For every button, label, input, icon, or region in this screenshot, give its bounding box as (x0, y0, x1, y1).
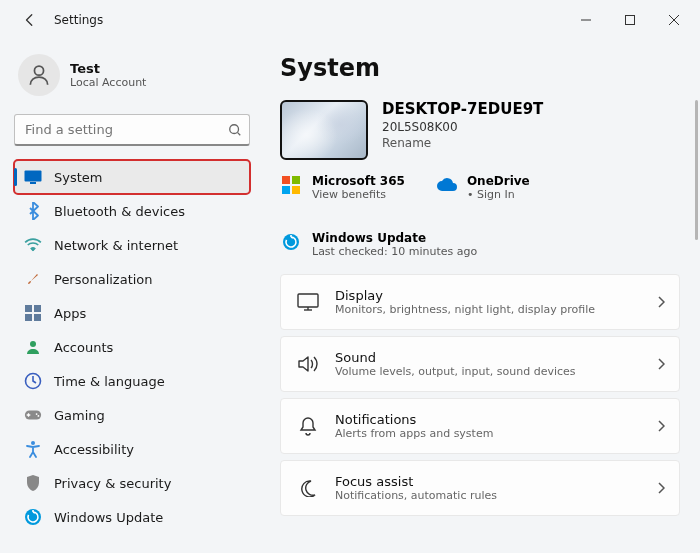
apps-icon (24, 304, 42, 322)
device-thumbnail (280, 100, 368, 160)
svg-point-7 (32, 248, 35, 251)
main-content: System DESKTOP-7EDUE9T 20L5S08K00 Rename… (260, 40, 700, 553)
sidebar-item-accessibility[interactable]: Accessibility (14, 432, 250, 466)
sidebar-item-personalization[interactable]: Personalization (14, 262, 250, 296)
search-box (14, 114, 250, 146)
sidebar-item-system[interactable]: System (14, 160, 250, 194)
sidebar-item-time[interactable]: Time & language (14, 364, 250, 398)
svg-rect-22 (292, 186, 300, 194)
service-sub: Sign In (467, 188, 530, 201)
person-icon (26, 62, 52, 88)
card-title: Focus assist (335, 474, 497, 489)
svg-point-15 (36, 413, 38, 415)
card-display[interactable]: DisplayMonitors, brightness, night light… (280, 274, 680, 330)
svg-rect-6 (30, 182, 36, 184)
chevron-right-icon (657, 417, 665, 436)
monitor-icon (24, 168, 42, 186)
card-sound[interactable]: SoundVolume levels, output, input, sound… (280, 336, 680, 392)
svg-rect-20 (292, 176, 300, 184)
sidebar-item-update[interactable]: Windows Update (14, 500, 250, 534)
maximize-icon (625, 15, 635, 25)
bell-icon (295, 416, 321, 436)
service-title: Windows Update (312, 231, 477, 245)
card-notifications[interactable]: NotificationsAlerts from apps and system (280, 398, 680, 454)
search-input[interactable] (14, 114, 250, 146)
monitor-outline-icon (295, 293, 321, 311)
avatar (18, 54, 60, 96)
profile-subtitle: Local Account (70, 76, 146, 89)
card-sub: Notifications, automatic rules (335, 489, 497, 502)
sidebar-item-label: Network & internet (54, 238, 178, 253)
sidebar-item-accounts[interactable]: Accounts (14, 330, 250, 364)
service-title: Microsoft 365 (312, 174, 405, 188)
card-sub: Alerts from apps and system (335, 427, 493, 440)
service-sub: Last checked: 10 minutes ago (312, 245, 477, 258)
svg-point-3 (230, 125, 239, 134)
profile-block[interactable]: Test Local Account (14, 48, 250, 108)
svg-line-4 (238, 133, 241, 136)
device-name: DESKTOP-7EDUE9T (382, 100, 543, 118)
sidebar: Test Local Account SystemBluetooth & dev… (0, 40, 260, 553)
minimize-button[interactable] (564, 4, 608, 36)
sidebar-item-network[interactable]: Network & internet (14, 228, 250, 262)
chevron-right-icon (657, 293, 665, 312)
sidebar-item-label: Windows Update (54, 510, 163, 525)
svg-point-16 (38, 415, 40, 417)
svg-point-12 (30, 341, 36, 347)
sidebar-item-label: Bluetooth & devices (54, 204, 185, 219)
service-winupdate[interactable]: Windows UpdateLast checked: 10 minutes a… (280, 231, 477, 258)
service-sub: View benefits (312, 188, 405, 201)
close-icon (669, 15, 679, 25)
svg-rect-19 (282, 176, 290, 184)
minimize-icon (581, 15, 591, 25)
refresh-icon (24, 508, 42, 526)
wifi-icon (24, 236, 42, 254)
search-icon (228, 122, 242, 141)
card-sub: Volume levels, output, input, sound devi… (335, 365, 576, 378)
back-button[interactable] (16, 6, 44, 34)
svg-rect-5 (25, 171, 42, 182)
svg-rect-10 (25, 314, 32, 321)
svg-rect-21 (282, 186, 290, 194)
sidebar-item-label: System (54, 170, 102, 185)
maximize-button[interactable] (608, 4, 652, 36)
sidebar-item-label: Time & language (54, 374, 165, 389)
cloud-icon (435, 174, 457, 196)
sound-icon (295, 355, 321, 373)
sidebar-item-gaming[interactable]: Gaming (14, 398, 250, 432)
back-arrow-icon (23, 13, 37, 27)
shield-icon (24, 474, 42, 492)
sidebar-item-label: Accessibility (54, 442, 134, 457)
card-title: Display (335, 288, 595, 303)
card-title: Sound (335, 350, 576, 365)
service-onedrive[interactable]: OneDriveSign In (435, 174, 530, 201)
close-button[interactable] (652, 4, 696, 36)
sidebar-item-label: Accounts (54, 340, 113, 355)
services-row: Microsoft 365View benefitsOneDriveSign I… (280, 174, 680, 258)
profile-name: Test (70, 61, 146, 76)
sidebar-item-bluetooth[interactable]: Bluetooth & devices (14, 194, 250, 228)
moon-icon (295, 479, 321, 497)
card-title: Notifications (335, 412, 493, 427)
service-title: OneDrive (467, 174, 530, 188)
svg-rect-1 (626, 16, 635, 25)
titlebar: Settings (0, 0, 700, 40)
m365-icon (280, 174, 302, 196)
card-focus[interactable]: Focus assistNotifications, automatic rul… (280, 460, 680, 516)
refresh-icon (280, 231, 302, 253)
service-m365[interactable]: Microsoft 365View benefits (280, 174, 405, 201)
gamepad-icon (24, 406, 42, 424)
sidebar-item-label: Personalization (54, 272, 153, 287)
sidebar-item-label: Apps (54, 306, 86, 321)
settings-cards: DisplayMonitors, brightness, night light… (280, 274, 680, 516)
scrollbar[interactable] (695, 100, 698, 240)
chevron-right-icon (657, 479, 665, 498)
sidebar-item-apps[interactable]: Apps (14, 296, 250, 330)
device-rename-link[interactable]: Rename (382, 136, 543, 150)
svg-rect-11 (34, 314, 41, 321)
brush-icon (24, 270, 42, 288)
svg-rect-8 (25, 305, 32, 312)
person-icon (24, 338, 42, 356)
svg-point-2 (34, 66, 43, 75)
sidebar-item-privacy[interactable]: Privacy & security (14, 466, 250, 500)
